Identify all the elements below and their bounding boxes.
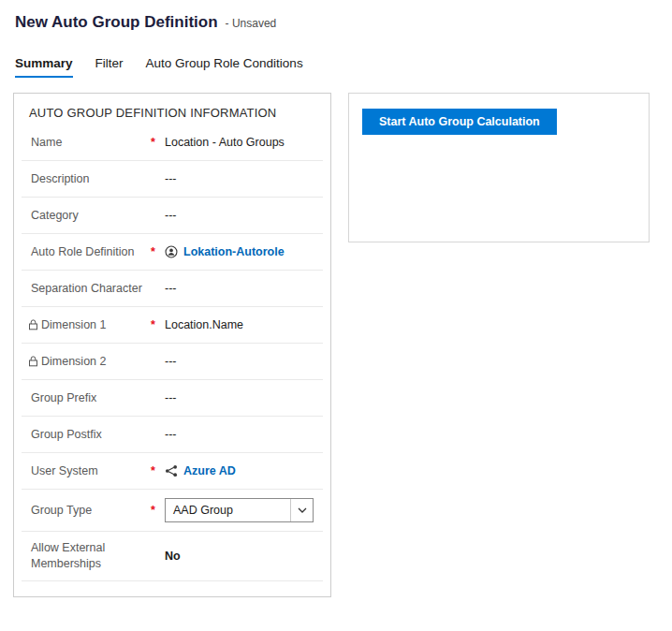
field-label-description: Description xyxy=(31,171,151,187)
field-value-name: Location - Auto Groups xyxy=(165,136,285,149)
field-value-dimension-2: --- xyxy=(165,355,177,368)
field-row-group-type: Group Type * AAD Group xyxy=(22,490,323,532)
field-label-dimension-1: Dimension 1 xyxy=(41,317,151,333)
field-label-name: Name xyxy=(31,135,151,151)
auto-role-icon xyxy=(165,245,178,258)
field-row-description: Description --- xyxy=(22,161,323,198)
user-system-icon xyxy=(165,464,178,477)
action-panel: Start Auto Group Calculation xyxy=(348,93,650,242)
required-asterisk: * xyxy=(151,136,165,149)
field-row-group-postfix: Group Postfix --- xyxy=(22,417,323,453)
tab-auto-group-role-conditions[interactable]: Auto Group Role Conditions xyxy=(146,56,303,78)
field-label-group-postfix: Group Postfix xyxy=(31,427,151,443)
definition-info-panel: AUTO GROUP DEFINITION INFORMATION Name *… xyxy=(13,93,331,597)
field-value-description: --- xyxy=(165,172,177,185)
required-asterisk: * xyxy=(151,464,165,477)
field-label-auto-role-definition: Auto Role Definition xyxy=(31,244,151,260)
required-asterisk: * xyxy=(151,245,165,258)
chevron-down-icon xyxy=(290,499,313,521)
field-label-category: Category xyxy=(31,208,151,224)
field-row-category: Category --- xyxy=(22,198,323,234)
field-value-separation-character: --- xyxy=(165,282,177,295)
panel-title: AUTO GROUP DEFINITION INFORMATION xyxy=(14,94,330,125)
field-row-group-prefix: Group Prefix --- xyxy=(22,380,323,417)
auto-role-definition-link-label: Lokation-Autorole xyxy=(183,245,285,258)
page: New Auto Group Definition - Unsaved Summ… xyxy=(0,0,672,607)
group-type-select[interactable]: AAD Group xyxy=(165,498,314,522)
start-auto-group-calculation-button[interactable]: Start Auto Group Calculation xyxy=(362,109,557,135)
field-row-dimension-1: Dimension 1 * Location.Name xyxy=(22,307,323,344)
field-value-group-postfix: --- xyxy=(165,428,177,441)
field-label-group-type: Group Type xyxy=(31,503,151,519)
content-area: AUTO GROUP DEFINITION INFORMATION Name *… xyxy=(13,93,659,597)
azure-ad-link-label: Azure AD xyxy=(183,464,236,477)
field-label-user-system: User System xyxy=(31,463,151,479)
field-label-allow-external-memberships: Allow External Memberships xyxy=(31,540,151,572)
group-type-selected-value: AAD Group xyxy=(166,504,233,517)
tab-filter[interactable]: Filter xyxy=(95,56,124,78)
field-label-separation-character: Separation Character xyxy=(31,281,151,297)
field-row-separation-character: Separation Character --- xyxy=(22,271,323,307)
field-row-allow-external-memberships: Allow External Memberships No xyxy=(22,532,323,581)
field-label-group-prefix: Group Prefix xyxy=(31,390,151,406)
field-row-dimension-2: Dimension 2 --- xyxy=(22,344,323,380)
unsaved-badge: - Unsaved xyxy=(226,17,277,30)
field-row-name: Name * Location - Auto Groups xyxy=(22,125,323,161)
field-row-user-system: User System * Azure AD xyxy=(22,453,323,490)
required-asterisk: * xyxy=(151,318,165,331)
field-value-dimension-1: Location.Name xyxy=(165,318,243,331)
tab-bar: Summary Filter Auto Group Role Condition… xyxy=(13,56,659,78)
field-label-dimension-2: Dimension 2 xyxy=(41,354,151,370)
auto-role-definition-link[interactable]: Lokation-Autorole xyxy=(165,245,285,258)
azure-ad-link[interactable]: Azure AD xyxy=(165,464,236,477)
tab-summary[interactable]: Summary xyxy=(15,56,73,78)
page-header: New Auto Group Definition - Unsaved xyxy=(13,9,659,32)
lock-icon xyxy=(28,319,41,330)
required-asterisk: * xyxy=(151,504,165,517)
field-row-auto-role-definition: Auto Role Definition * Lokation-Autorole xyxy=(22,234,323,271)
field-value-group-prefix: --- xyxy=(165,391,177,404)
lock-icon xyxy=(28,356,41,367)
page-title: New Auto Group Definition xyxy=(15,13,218,32)
field-value-category: --- xyxy=(165,209,177,222)
field-value-allow-external-memberships: No xyxy=(165,550,181,563)
